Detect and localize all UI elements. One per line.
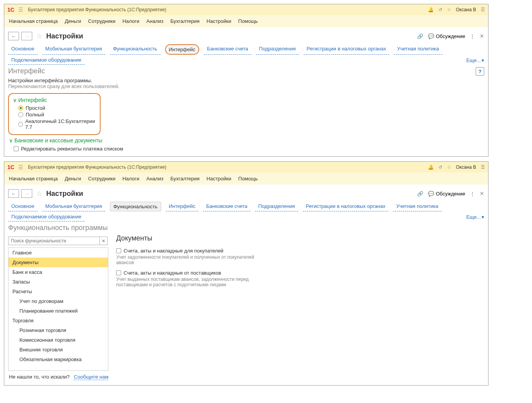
option-label: Счета, акты и накладные для покупателей [123,248,223,254]
tab-link[interactable]: Подразделения [256,44,299,55]
nav-back-button[interactable]: ← [8,189,19,198]
tab-link[interactable]: Основное [8,44,38,55]
star-icon[interactable]: ☆ [447,164,451,170]
tree-item[interactable]: Запасы [9,277,108,287]
close-icon[interactable]: ✕ [480,190,484,197]
tree-subitem[interactable]: Учет по договорам [9,296,108,306]
menu-item[interactable]: Настройки [207,18,231,24]
history-icon[interactable]: ↺ [438,164,442,170]
star-icon[interactable]: ☆ [447,7,451,12]
tab-link[interactable]: Подключаемое оборудование [8,55,85,65]
page-content: ← → ☆ Настройки 🔗 💬Обсуждение ⋮ ✕ Основн… [4,185,488,385]
menu-item[interactable]: Анализ [146,176,163,182]
help-button[interactable]: ? [476,67,484,76]
radio-simple[interactable]: Простой [13,105,96,111]
user-name[interactable]: Оксана В [456,164,476,170]
nav-fwd-button[interactable]: → [21,32,32,40]
menu-item[interactable]: Бухгалтерия [170,176,200,182]
tree-subitem[interactable]: Планирование платежей [9,306,108,316]
group-label: Интерфейс [18,97,47,103]
menu-item[interactable]: Деньги [65,176,81,182]
tab-link[interactable]: Банковские счета [204,44,251,55]
menu-item[interactable]: Сотрудники [88,176,115,182]
group-toggle-bank[interactable]: ∨Банковские и кассовые документы [9,137,484,144]
tab-link[interactable]: Интерфейс [166,202,198,211]
group-toggle-interface[interactable]: ∨Интерфейс [13,97,96,103]
search-clear-button[interactable]: ✕ [100,237,108,245]
user-name[interactable]: Оксана В [456,7,476,12]
tab-link[interactable]: Мобильная бухгалтерия [42,202,105,211]
menu-item[interactable]: Начальная страница [9,18,58,24]
checkbox-edit-requisites[interactable]: Редактировать реквизиты платежа списком [8,145,484,152]
tab-link[interactable]: Регистрации в налоговых органах [304,44,389,55]
footer-link[interactable]: Сообщите нам [74,374,108,380]
menu-item[interactable]: Налоги [122,18,139,24]
menu-item[interactable]: Деньги [65,18,81,24]
tree-subitem[interactable]: Комиссионная торговля [9,335,108,345]
menu-item[interactable]: Помощь [238,18,258,24]
menu-item[interactable]: Налоги [122,176,139,182]
discuss-button[interactable]: 💬Обсуждение [428,33,465,39]
tree-item-selected[interactable]: Документы [9,258,108,267]
app-title: Бухгалтерия предприятия Функциональность… [28,164,428,170]
tab-link[interactable]: Функциональность [110,44,160,55]
checkbox-buyers-docs[interactable]: Счета, акты и накладные для покупателей [116,247,264,254]
tab-link[interactable]: Мобильная бухгалтерия [42,44,105,55]
kebab-icon[interactable]: ⋮ [470,191,475,197]
tabs-more[interactable]: Еще... ▾ [466,212,484,221]
tree-item[interactable]: Расчеты [9,287,108,296]
tree-item[interactable]: Банк и касса [9,267,108,277]
tree-item[interactable]: Главное [9,248,108,258]
radio-full[interactable]: Полный [13,111,96,118]
tab-link-active[interactable]: Интерфейс [165,44,199,55]
menu-item[interactable]: Анализ [146,18,163,24]
window-2: 1C ☰ Бухгалтерия предприятия Функциональ… [4,161,489,386]
tab-link[interactable]: Подключаемое оборудование [8,212,85,221]
menu-item[interactable]: Помощь [238,176,258,182]
tab-link[interactable]: Подразделения [255,202,298,211]
tab-link-active[interactable]: Функциональность [110,202,161,211]
history-icon[interactable]: ↺ [438,7,442,12]
radio-label: Полный [26,112,44,118]
tree-item[interactable]: Торговля [9,316,108,325]
favorite-star-icon[interactable]: ☆ [36,189,42,198]
link-icon[interactable]: 🔗 [417,191,423,197]
menu-item[interactable]: Сотрудники [88,18,115,24]
two-column-layout: ✕ Главное Документы Банк и касса Запасы … [8,234,484,381]
tree-subitem[interactable]: Обязательная маркировка [9,355,108,364]
option-desc: Учет задолженности покупателей и получен… [116,254,264,265]
tab-link[interactable]: Банковские счета [203,202,250,211]
favorite-star-icon[interactable]: ☆ [36,32,42,40]
burger-icon[interactable]: ☰ [18,7,23,13]
checkbox-icon [116,248,121,253]
tabs-more[interactable]: Еще... ▾ [466,55,484,65]
tab-link[interactable]: Учетная политика [394,44,442,55]
category-tree[interactable]: Главное Документы Банк и касса Запасы Ра… [8,247,108,371]
checkbox-suppliers-docs[interactable]: Счета, акты и накладные от поставщиков [116,269,264,277]
panel-icon[interactable]: ☰ [481,7,485,12]
search-input[interactable] [8,237,100,245]
option-row: Счета, акты и накладные от поставщиков У… [116,269,264,287]
bell-icon[interactable]: 🔔 [428,164,434,170]
radio-label: Простой [26,105,45,111]
kebab-icon[interactable]: ⋮ [470,33,475,39]
discuss-button[interactable]: 💬Обсуждение [428,191,465,197]
nav-back-button[interactable]: ← [8,32,19,40]
radio-compat[interactable]: Аналогичный 1С:Бухгалтерии 7.7 [13,118,96,130]
menu-item[interactable]: Начальная страница [9,176,58,182]
close-icon[interactable]: ✕ [480,33,484,39]
bell-icon[interactable]: 🔔 [428,7,434,12]
tree-subitem[interactable]: Розничная торговля [9,325,108,335]
tab-link[interactable]: Учетная политика [393,202,441,211]
link-icon[interactable]: 🔗 [417,33,423,39]
nav-fwd-button[interactable]: → [21,189,32,198]
panel-icon[interactable]: ☰ [481,164,485,170]
tree-subitem[interactable]: Внешняя торговля [9,345,108,355]
menu-item[interactable]: Бухгалтерия [170,18,200,24]
checkbox-label: Редактировать реквизиты платежа списком [21,146,123,152]
menu-item[interactable]: Настройки [207,176,231,182]
burger-icon[interactable]: ☰ [18,164,23,170]
tab-link[interactable]: Основное [8,202,38,211]
tab-link[interactable]: Регистрации в налоговых органах [303,202,389,211]
discuss-label: Обсуждение [436,191,465,197]
